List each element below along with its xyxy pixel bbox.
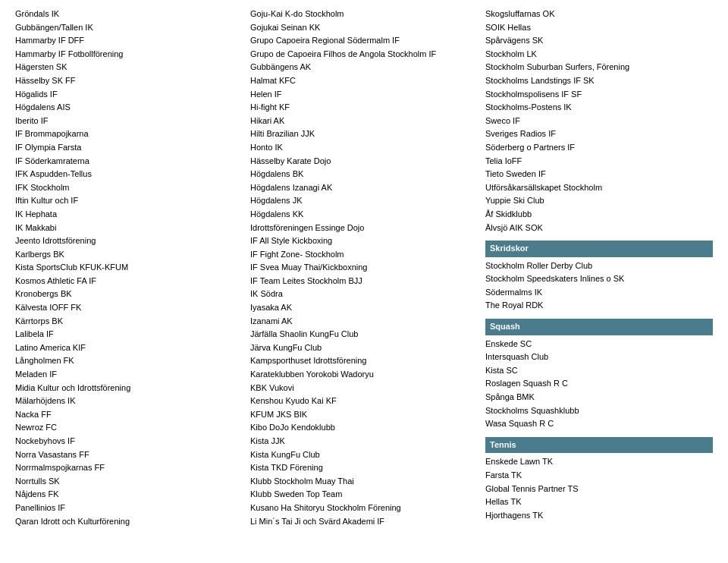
list-item: Karateklubben Yorokobi Wadoryu xyxy=(250,368,478,382)
list-item: Kista SportsClub KFUK-KFUM xyxy=(15,261,243,275)
list-item: Mälarhöjdens IK xyxy=(15,395,243,408)
list-item: Qaran Idrott och Kulturförening xyxy=(15,515,243,529)
list-item: Enskede SC xyxy=(485,338,713,351)
list-item: Stockholm Roller Derby Club xyxy=(485,259,713,273)
list-item: Grupo de Capoeira Filhos de Angola Stock… xyxy=(250,48,478,61)
list-item: Högdalens JK xyxy=(250,194,478,208)
list-item: Nacka FF xyxy=(15,408,243,422)
list-item: Enskede Lawn TK xyxy=(485,455,713,469)
list-item: Högdalens Izanagi AK xyxy=(250,181,478,195)
list-item: Norrmalmspojkarnas FF xyxy=(15,461,243,475)
list-item: Hikari AK xyxy=(250,115,478,128)
list-item: Panellinios IF xyxy=(15,502,243,515)
list-item: Roslagen Squash R C xyxy=(485,377,713,391)
list-item: Nockebyhovs IF xyxy=(15,435,243,448)
list-item: Kosmos Athletic FA IF xyxy=(15,275,243,288)
list-item: Kronobergs BK xyxy=(15,288,243,301)
section-header-squash: Squash xyxy=(485,319,713,335)
list-item: Högdalens BK xyxy=(250,168,478,181)
list-item: Gubbängen/Tallen IK xyxy=(15,21,243,35)
list-item: Idrottsföreningen Essinge Dojo xyxy=(250,222,478,235)
list-item: IF Team Leites Stockholm BJJ xyxy=(250,275,478,288)
list-item: Stockholms-Postens IK xyxy=(485,101,713,115)
list-item: IF Söderkamraterna xyxy=(15,155,243,168)
list-item: Honto IK xyxy=(250,141,478,155)
list-item: Iyasaka AK xyxy=(250,301,478,315)
list-item: Kärrtorps BK xyxy=(15,315,243,329)
list-item: Stockholms Squashklubb xyxy=(485,404,713,418)
list-item: Hägersten SK xyxy=(15,61,243,74)
list-item: Latino America KIF xyxy=(15,341,243,355)
list-item: Spånga BMK xyxy=(485,391,713,404)
list-item: Norra Vasastans FF xyxy=(15,448,243,462)
list-item: Lalibela IF xyxy=(15,328,243,341)
list-item: IF Svea Muay Thai/Kickboxning xyxy=(250,261,478,275)
list-item: Hi-fight KF xyxy=(250,101,478,115)
list-item: Grupo Capoeira Regional Södermalm IF xyxy=(250,34,478,48)
list-item: Älvsjö AIK SOK xyxy=(485,222,713,235)
list-item: Långholmen FK xyxy=(15,354,243,368)
list-item: Kenshou Kyudo Kai KF xyxy=(250,395,478,408)
list-item: Hammarby IF DFF xyxy=(15,34,243,48)
list-item: Karlbergs BK xyxy=(15,248,243,262)
list-item: IK Hephata xyxy=(15,208,243,222)
list-item: Stockholm Speedskaters Inlines o SK xyxy=(485,272,713,286)
list-item: Kista JJK xyxy=(250,435,478,448)
list-item: Telia IoFF xyxy=(485,155,713,168)
list-item: Goju-Kai K-do Stockholm xyxy=(250,8,478,21)
list-item: IF Fight Zone- Stockholm xyxy=(250,248,478,262)
list-item: KFUM JKS BIK xyxy=(250,408,478,422)
list-item: Kusano Ha Shitoryu Stockholm Förening xyxy=(250,502,478,515)
list-item: Hässelby Karate Dojo xyxy=(250,155,478,168)
section-header-tennis: Tennis xyxy=(485,437,713,454)
list-item: Kälvesta IOFF FK xyxy=(15,301,243,315)
list-item: SOIK Hellas xyxy=(485,21,713,35)
list-item: Klubb Sweden Top Team xyxy=(250,488,478,502)
list-item: IK Södra xyxy=(250,288,478,301)
column-1: Gröndals IKGubbängen/Tallen IKHammarby I… xyxy=(15,8,243,528)
list-item: Söderberg o Partners IF xyxy=(485,141,713,155)
list-item: Kista KungFu Club xyxy=(250,448,478,462)
list-item: Stockholmspolisens IF SF xyxy=(485,88,713,102)
list-item: Stockholm Suburban Surfers, Förening xyxy=(485,61,713,74)
list-item: Stockholms Landstings IF SK xyxy=(485,74,713,88)
main-content: Gröndals IKGubbängen/Tallen IKHammarby I… xyxy=(15,8,713,528)
list-item: Hammarby IF Fotbollförening xyxy=(15,48,243,61)
list-item: Wasa Squash R C xyxy=(485,417,713,431)
section-header-skridskor: Skridskor xyxy=(485,241,713,257)
list-item: IK Makkabi xyxy=(15,222,243,235)
list-item: IFK Aspudden-Tellus xyxy=(15,168,243,181)
list-item: IF All Style Kickboxing xyxy=(250,234,478,248)
list-item: Åf Skidklubb xyxy=(485,208,713,222)
list-item: Halmat KFC xyxy=(250,74,478,88)
list-item: IF Olympia Farsta xyxy=(15,141,243,155)
list-item: Jeento Idrottsförening xyxy=(15,234,243,248)
list-item: Izanami AK xyxy=(250,315,478,329)
list-item: Li Min´s Tai Ji och Svärd Akademi IF xyxy=(250,515,478,529)
list-item: Gojukai Seinan KK xyxy=(250,21,478,35)
list-item: Hässelby SK FF xyxy=(15,74,243,88)
list-item: Intersquash Club xyxy=(485,351,713,364)
list-item: Järfälla Shaolin KungFu Club xyxy=(250,328,478,341)
list-item: Högdalens KK xyxy=(250,208,478,222)
list-item: Global Tennis Partner TS xyxy=(485,483,713,496)
list-item: IFK Stockholm xyxy=(15,181,243,195)
list-item: Gubbängens AK xyxy=(250,61,478,74)
list-item: Högalids IF xyxy=(15,88,243,102)
list-item: Klubb Stockholm Muay Thai xyxy=(250,475,478,489)
list-item: Midia Kultur och Idrottsförening xyxy=(15,382,243,395)
list-item: IF Brommapojkarna xyxy=(15,127,243,141)
list-item: Tieto Sweden IF xyxy=(485,168,713,181)
list-item: KBK Vukovi xyxy=(250,382,478,395)
list-item: Kibo DoJo Kendoklubb xyxy=(250,421,478,435)
list-item: Hellas TK xyxy=(485,495,713,509)
list-item: Kampsporthuset Idrottsförening xyxy=(250,354,478,368)
list-item: Yuppie Ski Club xyxy=(485,194,713,208)
column-2: Goju-Kai K-do StockholmGojukai Seinan KK… xyxy=(250,8,478,528)
list-item: Hilti Brazilian JJK xyxy=(250,127,478,141)
list-item: Farsta TK xyxy=(485,469,713,483)
list-item: Norrtulls SK xyxy=(15,475,243,489)
column-3: Skogsluffarnas OKSOIK HellasSpårvägens S… xyxy=(485,8,713,528)
list-item: Nåjdens FK xyxy=(15,488,243,502)
list-item: Spårvägens SK xyxy=(485,34,713,48)
